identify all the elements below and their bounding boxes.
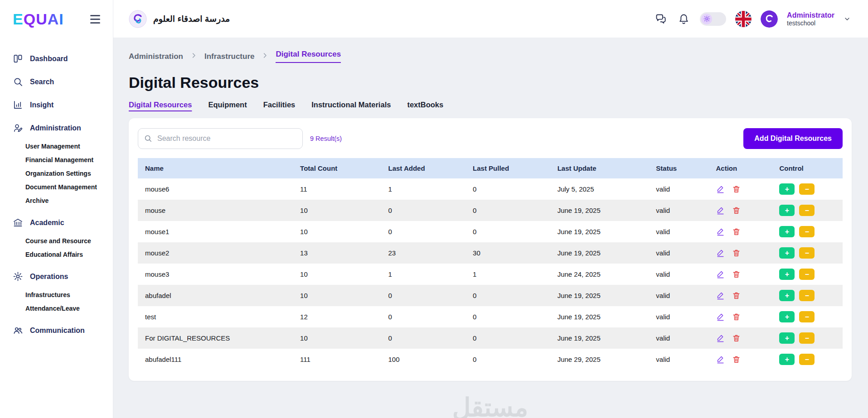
sidebar-item-educational-affairs[interactable]: Educational Affairs	[25, 248, 113, 261]
trash-icon	[732, 291, 741, 300]
cell-last-added: 1	[381, 264, 466, 285]
tab-equipment[interactable]: Equipment	[208, 101, 247, 109]
sidebar-item-academic[interactable]: Academic	[0, 211, 113, 234]
delete-button[interactable]	[732, 334, 741, 342]
theme-toggle-knob	[701, 14, 712, 24]
delete-button[interactable]	[732, 291, 741, 300]
increment-button[interactable]: +	[779, 354, 795, 365]
cell-action	[709, 264, 772, 285]
edit-button[interactable]	[716, 291, 725, 300]
cell-last-added: 0	[381, 200, 466, 221]
tab-textbooks[interactable]: textBooks	[407, 101, 443, 109]
cell-status: valid	[649, 306, 708, 327]
decrement-button[interactable]: −	[799, 269, 815, 280]
bank-icon	[13, 217, 23, 228]
sidebar-item-document-management[interactable]: Document Management	[25, 180, 113, 194]
decrement-button[interactable]: −	[799, 226, 815, 237]
cell-total-count: 11	[293, 178, 381, 200]
language-selector[interactable]	[735, 11, 752, 27]
search-input[interactable]	[138, 128, 303, 149]
sidebar-item-operations[interactable]: Operations	[0, 265, 113, 288]
user-menu[interactable]: Administrator testschool	[787, 11, 834, 27]
increment-button[interactable]: +	[779, 183, 795, 195]
edit-button[interactable]	[716, 185, 725, 193]
sidebar-item-user-management[interactable]: User Management	[25, 139, 113, 153]
add-digital-resources-button[interactable]: Add Digital Resources	[743, 128, 843, 149]
tab-facilities[interactable]: Facilities	[263, 101, 296, 109]
column-header-total-count: Total Count	[293, 158, 381, 178]
increment-button[interactable]: +	[779, 290, 795, 301]
cell-status: valid	[649, 285, 708, 306]
increment-button[interactable]: +	[779, 247, 795, 259]
cell-last-update: June 19, 2025	[550, 306, 649, 327]
sidebar-item-infrastructures[interactable]: Infrastructures	[25, 288, 113, 302]
delete-button[interactable]	[732, 355, 741, 364]
sidebar-item-attendance-leave[interactable]: Attendance/Leave	[25, 302, 113, 315]
sidebar-item-course-and-resource[interactable]: Course and Resource	[25, 234, 113, 248]
cell-total-count: 10	[293, 221, 381, 242]
edit-button[interactable]	[716, 249, 725, 257]
increment-button[interactable]: +	[779, 226, 795, 237]
breadcrumb-administration[interactable]: Administration	[129, 52, 183, 61]
cell-status: valid	[649, 221, 708, 242]
resource-table-body: mouse6 11 1 0 July 5, 2025 valid	[138, 178, 843, 370]
sidebar-item-administration[interactable]: Administration	[0, 116, 113, 139]
decrement-button[interactable]: −	[799, 205, 815, 216]
edit-button[interactable]	[716, 334, 725, 342]
user-menu-chevron[interactable]	[844, 15, 851, 23]
cell-action	[709, 285, 772, 306]
sidebar-item-organization-settings[interactable]: Organization Settings	[25, 167, 113, 180]
logo-letter: U	[36, 10, 48, 28]
academic-submenu: Course and Resource Educational Affairs	[0, 234, 113, 265]
delete-button[interactable]	[732, 206, 741, 215]
breadcrumb-separator	[190, 52, 197, 61]
decrement-button[interactable]: −	[799, 247, 815, 259]
tab-bar: Digital Resources Equipment Facilities I…	[129, 101, 852, 109]
sidebar-item-dashboard[interactable]: Dashboard	[0, 47, 113, 70]
sidebar-item-archive[interactable]: Archive	[25, 194, 113, 207]
bar-chart-icon	[13, 100, 23, 110]
menu-toggle-button[interactable]	[88, 13, 102, 25]
decrement-button[interactable]: −	[799, 332, 815, 344]
edit-button[interactable]	[716, 270, 725, 279]
cell-status: valid	[649, 349, 708, 370]
notifications-button[interactable]	[677, 12, 691, 26]
increment-button[interactable]: +	[779, 205, 795, 216]
tab-digital-resources[interactable]: Digital Resources	[129, 101, 192, 109]
delete-button[interactable]	[732, 270, 741, 279]
delete-button[interactable]	[732, 227, 741, 236]
table-row: abufadel 10 0 0 June 19, 2025 valid	[138, 285, 843, 306]
delete-button[interactable]	[732, 312, 741, 321]
cell-control: + −	[772, 221, 843, 242]
results-count: 9 Result(s)	[310, 135, 342, 142]
increment-button[interactable]: +	[779, 311, 795, 322]
tab-instructional-materials[interactable]: Instructional Materials	[311, 101, 391, 109]
sidebar-item-communication[interactable]: Communication	[0, 319, 113, 342]
column-header-last-added: Last Added	[381, 158, 466, 178]
edit-button[interactable]	[716, 312, 725, 321]
decrement-button[interactable]: −	[799, 290, 815, 301]
sidebar-item-insight[interactable]: Insight	[0, 93, 113, 116]
edit-button[interactable]	[716, 355, 725, 364]
sidebar-item-financial-management[interactable]: Financial Management	[25, 153, 113, 167]
increment-button[interactable]: +	[779, 332, 795, 344]
delete-button[interactable]	[732, 249, 741, 257]
chat-button[interactable]	[654, 12, 668, 26]
edit-button[interactable]	[716, 227, 725, 236]
decrement-button[interactable]: −	[799, 183, 815, 195]
table-row: test 12 0 0 June 19, 2025 valid	[138, 306, 843, 327]
delete-button[interactable]	[732, 185, 741, 193]
table-row: mouse3 10 1 1 June 24, 2025 valid	[138, 264, 843, 285]
increment-button[interactable]: +	[779, 269, 795, 280]
edit-button[interactable]	[716, 206, 725, 215]
decrement-button[interactable]: −	[799, 311, 815, 322]
theme-toggle[interactable]	[700, 12, 726, 26]
decrement-button[interactable]: −	[799, 354, 815, 365]
people-icon	[13, 325, 23, 336]
resource-table-head: Name Total Count Last Added Last Pulled …	[138, 158, 843, 178]
user-avatar[interactable]	[761, 10, 778, 28]
sidebar-item-search[interactable]: Search	[0, 70, 113, 93]
breadcrumb-digital-resources[interactable]: Digital Resources	[276, 50, 341, 63]
breadcrumb-infrastructure[interactable]: Infrastructure	[204, 52, 255, 61]
cell-name: mouse6	[138, 178, 293, 200]
